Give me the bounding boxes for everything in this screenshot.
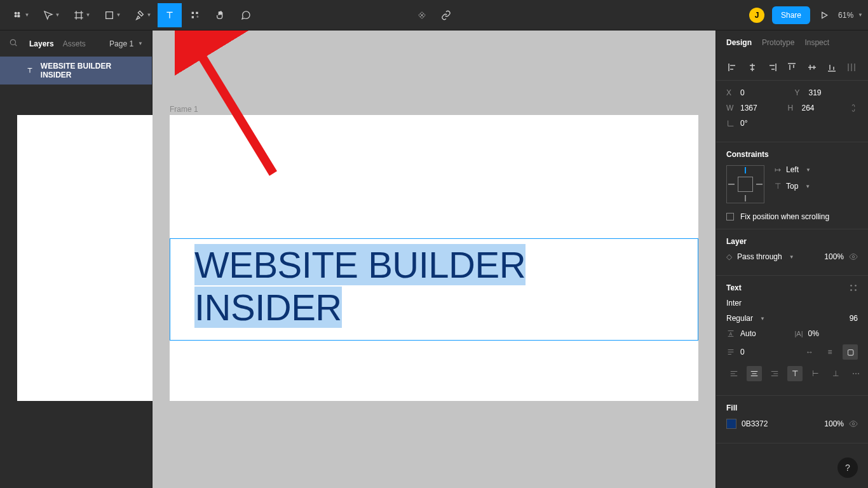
- svg-point-47: [852, 255, 855, 258]
- align-bottom-icon[interactable]: [827, 62, 837, 72]
- paragraph-spacing-field[interactable]: 0: [726, 348, 797, 356]
- x-field[interactable]: X0: [726, 88, 790, 97]
- avatar[interactable]: J: [749, 8, 764, 23]
- paragraph-icon: [726, 348, 735, 356]
- move-tool[interactable]: ▼: [36, 3, 65, 27]
- left-panel: Layers Assets Page 1 ▼ Frame 1 WEBSITE B…: [0, 30, 153, 488]
- svg-rect-3: [17, 15, 20, 17]
- text-align-right-icon[interactable]: [767, 366, 782, 381]
- canvas[interactable]: Frame 1 WEBSITE BUILDER INSIDER: [153, 30, 715, 488]
- link-icon[interactable]: [440, 3, 452, 27]
- fix-position-checkbox[interactable]: Fix position when scrolling: [726, 212, 858, 221]
- text-align-bottom-icon[interactable]: ⊥: [828, 366, 843, 381]
- line-height-field[interactable]: A Auto: [726, 329, 790, 338]
- distribute-icon[interactable]: [846, 62, 857, 72]
- tab-layers[interactable]: Layers: [29, 39, 54, 48]
- svg-point-48: [850, 285, 852, 287]
- toolbar-center: [416, 3, 452, 27]
- search-icon[interactable]: [9, 38, 18, 49]
- tab-prototype[interactable]: Prototype: [762, 38, 794, 47]
- constraint-widget[interactable]: [726, 165, 764, 203]
- align-section: [716, 55, 868, 81]
- text-element[interactable]: WEBSITE BUILDER INSIDER: [170, 238, 698, 341]
- layer-label: WEBSITE BUILDER INSIDER: [41, 62, 143, 79]
- align-hcenter-icon[interactable]: [747, 62, 757, 72]
- text-align-left-icon[interactable]: [726, 366, 742, 381]
- svg-point-50: [850, 289, 852, 291]
- comment-tool[interactable]: [234, 3, 258, 27]
- y-field[interactable]: Y319: [795, 88, 858, 97]
- svg-point-51: [855, 289, 857, 291]
- layer-opacity[interactable]: 100%: [824, 252, 844, 261]
- visibility-icon[interactable]: [849, 419, 858, 428]
- constraint-vertical[interactable]: ⊤Top▼: [775, 182, 858, 191]
- present-button[interactable]: [818, 3, 831, 27]
- svg-point-0: [14, 11, 17, 14]
- page-selector[interactable]: Page 1 ▼: [109, 39, 143, 48]
- share-button[interactable]: Share: [772, 6, 810, 24]
- visibility-icon[interactable]: [849, 252, 858, 261]
- text-icon: [25, 67, 34, 74]
- font-family[interactable]: Inter: [726, 299, 742, 308]
- letter-spacing-field[interactable]: |A| 0%: [795, 329, 858, 338]
- text-align-top-icon[interactable]: ⊤: [787, 366, 803, 381]
- chevron-down-icon: ▼: [25, 12, 30, 18]
- constraints-section: Constraints ↦Left▼ ⊤Top▼ Fix position wh…: [716, 142, 868, 229]
- svg-rect-11: [192, 11, 194, 13]
- tab-assets[interactable]: Assets: [63, 39, 86, 48]
- transform-section: X0 Y319 W1367 H264 0°: [716, 81, 868, 142]
- text-title: Text: [726, 283, 742, 292]
- hand-tool[interactable]: [208, 3, 233, 27]
- chevron-down-icon: ▼: [147, 12, 152, 18]
- blend-mode[interactable]: ◇Pass through▼: [726, 252, 819, 261]
- fill-opacity[interactable]: 100%: [824, 419, 844, 428]
- resources-tool[interactable]: +: [183, 3, 207, 27]
- more-options-icon[interactable]: ⋯: [848, 366, 864, 381]
- text-section: Text Inter Regular▼ 96 A Auto |A| 0% 0 ↔: [716, 276, 868, 396]
- style-icon[interactable]: [849, 283, 858, 292]
- auto-width-icon[interactable]: ↔: [802, 344, 817, 360]
- text-tool[interactable]: [158, 3, 182, 27]
- text-align-middle-icon[interactable]: ⊢: [808, 366, 823, 381]
- w-field[interactable]: W1367: [726, 104, 783, 112]
- rp-tabs: Design Prototype Inspect: [716, 30, 868, 55]
- zoom-value: 61%: [838, 11, 853, 20]
- chevron-down-icon: ▼: [86, 12, 91, 18]
- layer-text[interactable]: WEBSITE BUILDER INSIDER: [0, 57, 152, 85]
- svg-point-1: [14, 15, 17, 17]
- align-vcenter-icon[interactable]: [807, 62, 817, 72]
- align-left-icon[interactable]: [728, 62, 738, 72]
- rotation-field[interactable]: 0°: [726, 119, 858, 128]
- text-content[interactable]: WEBSITE BUILDER INSIDER: [170, 239, 698, 333]
- tab-inspect[interactable]: Inspect: [804, 38, 829, 47]
- constraints-title: Constraints: [726, 150, 858, 159]
- frame-tool[interactable]: ▼: [66, 3, 95, 27]
- align-top-icon[interactable]: [787, 62, 797, 72]
- figma-menu[interactable]: ▼: [5, 3, 34, 27]
- text-value: WEBSITE BUILDER INSIDER: [194, 244, 526, 328]
- fill-section: Fill 0B3372 100%: [716, 396, 868, 444]
- svg-line-17: [15, 44, 17, 46]
- h-field[interactable]: H264: [788, 104, 844, 112]
- layer-section: Layer ◇Pass through▼ 100%: [716, 229, 868, 276]
- constraint-horizontal[interactable]: ↦Left▼: [775, 165, 858, 174]
- fill-hex[interactable]: 0B3372: [742, 419, 768, 428]
- components-icon[interactable]: [416, 3, 428, 27]
- pen-tool[interactable]: ▼: [127, 3, 156, 27]
- canvas-frame[interactable]: WEBSITE BUILDER INSIDER: [170, 115, 698, 401]
- text-align-center-icon[interactable]: [747, 366, 762, 381]
- frame-label[interactable]: Frame 1: [170, 105, 198, 114]
- tab-design[interactable]: Design: [726, 38, 752, 47]
- svg-text:A: A: [729, 332, 732, 336]
- shape-tool[interactable]: ▼: [97, 3, 126, 27]
- svg-rect-2: [17, 11, 20, 14]
- help-button[interactable]: ?: [837, 458, 858, 478]
- zoom-level[interactable]: 61% ▼: [838, 11, 863, 20]
- font-size[interactable]: 96: [826, 314, 858, 323]
- font-weight[interactable]: Regular▼: [726, 314, 821, 323]
- fill-swatch[interactable]: [726, 419, 736, 429]
- align-right-icon[interactable]: [767, 62, 777, 72]
- constrain-proportions-icon[interactable]: [849, 104, 858, 112]
- auto-height-icon[interactable]: ≡: [822, 344, 837, 360]
- fixed-size-icon[interactable]: ▢: [843, 344, 858, 360]
